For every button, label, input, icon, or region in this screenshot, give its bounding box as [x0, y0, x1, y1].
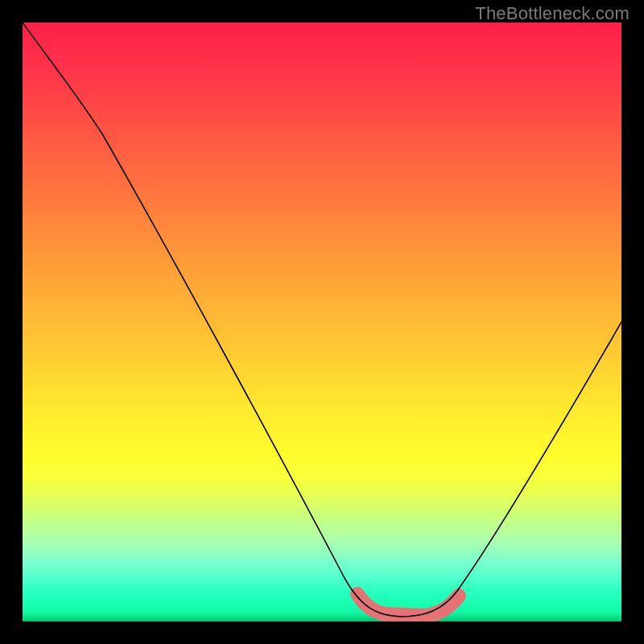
- curve-line: [23, 23, 621, 617]
- watermark-text: TheBottleneck.com: [475, 3, 630, 24]
- plot-area: [23, 23, 621, 621]
- chart-frame: TheBottleneck.com: [0, 0, 644, 644]
- bottleneck-curve: [23, 23, 621, 621]
